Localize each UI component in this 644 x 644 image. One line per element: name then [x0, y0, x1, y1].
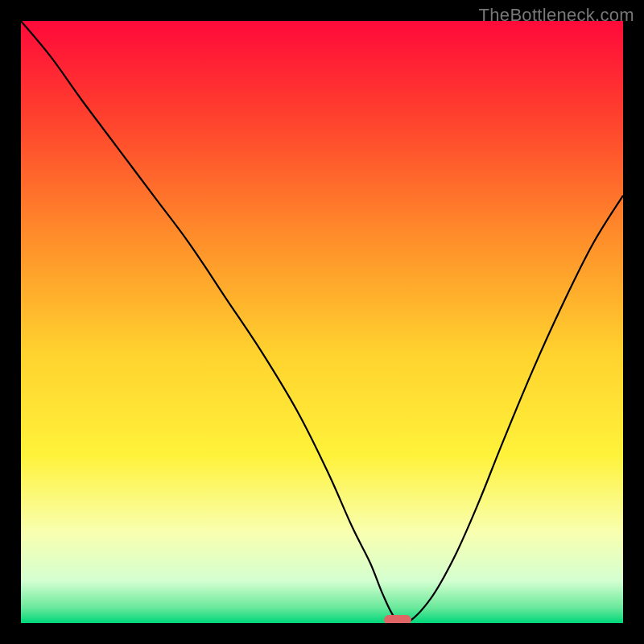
- watermark-text: TheBottleneck.com: [479, 5, 634, 26]
- plot-area: [21, 21, 623, 623]
- chart-frame: TheBottleneck.com: [0, 0, 644, 644]
- optimal-marker: [384, 615, 411, 623]
- bottleneck-curve: [21, 21, 623, 623]
